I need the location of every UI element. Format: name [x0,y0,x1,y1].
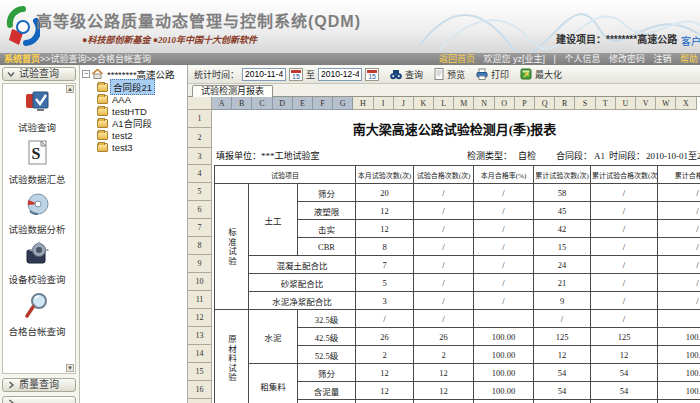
column-letter[interactable]: W [656,97,676,110]
cell-value[interactable]: / [474,220,534,238]
column-letter[interactable]: B [232,97,252,110]
cell-value[interactable]: 26 [356,328,414,346]
cell-value[interactable]: 100.00 [474,328,534,346]
cell-value[interactable] [658,310,700,328]
cell-value[interactable] [658,400,700,403]
logout-link[interactable]: 注销 [653,54,671,64]
cell-value[interactable]: / [591,238,658,256]
cell-value[interactable]: 54 [534,382,591,400]
cell-value[interactable]: / [414,238,474,256]
column-letter[interactable]: F [313,97,333,110]
cell-value[interactable]: 24 [534,256,591,274]
column-letter[interactable]: M [454,97,474,110]
scroll-down-button[interactable]: ▼ [66,364,74,372]
header-cum-rate[interactable]: 累计合格率(%) [658,166,700,184]
back-home-link[interactable]: 返回首页 [439,54,475,64]
header-month-rate[interactable]: 本月合格率(%) [474,166,534,184]
column-letter[interactable]: Q [535,97,555,110]
row-number[interactable]: 2 [188,128,212,148]
cell-value[interactable]: / [658,292,700,310]
cell-value[interactable]: / [658,202,700,220]
sidebar-item-qualified-ledger[interactable]: 合格台帐查询 [6,292,68,338]
row-number[interactable]: 16 [188,381,212,399]
cell-value[interactable]: 2 [414,346,474,364]
cell-value[interactable] [474,400,534,403]
cell-item[interactable]: 混凝土配合比 [249,256,356,274]
header-test-item[interactable]: 试验项目 [215,166,356,184]
cell-value[interactable]: / [658,184,700,202]
cell-value[interactable]: / [658,274,700,292]
column-letter[interactable]: G [333,97,353,110]
column-letter[interactable]: A [212,97,232,110]
select-all-corner[interactable] [188,97,212,110]
row-number[interactable]: 11 [188,291,212,309]
tree-item-a1-contract[interactable]: A1合同段 [97,117,187,129]
cell-item[interactable]: 42.5级 [298,328,356,346]
cell-value[interactable]: / [591,310,658,328]
column-letter[interactable]: O [495,97,515,110]
cell-item[interactable]: CBR [298,238,356,256]
cell-value[interactable]: 12 [356,364,414,382]
cell-value[interactable]: / [356,310,414,328]
cell-value[interactable]: 12 [356,220,414,238]
subgroup-coarse-aggregate[interactable]: 粗集料 [249,364,298,403]
column-letter[interactable]: T [596,97,616,110]
header-month-tests[interactable]: 本月试验次数(次) [356,166,414,184]
group-standard-tests[interactable]: 标准试验 [215,184,249,310]
cell-item[interactable]: 击实 [298,220,356,238]
row-number[interactable]: 5 [188,183,212,201]
cell-value[interactable]: / [474,274,534,292]
sidebar-item-data-analysis[interactable]: 试验数据分析 [6,192,68,236]
cell-value[interactable]: / [474,184,534,202]
profile-link[interactable]: 个人信息 [564,54,600,64]
cell-value[interactable]: 100.00 [474,346,534,364]
subgroup-cement[interactable]: 水泥 [249,310,298,364]
cell-value[interactable]: 58 [534,184,591,202]
cell-value[interactable] [534,400,591,403]
cell-value[interactable]: 26 [414,328,474,346]
row-number[interactable] [188,399,212,403]
cell-value[interactable]: / [534,310,591,328]
cell-value[interactable]: 8 [356,238,414,256]
help-link[interactable]: 帮助 [680,54,698,64]
row-number[interactable]: 14 [188,345,212,363]
sidebar-item-equipment-check[interactable]: 设备校验查询 [6,242,68,286]
column-letter[interactable]: K [414,97,434,110]
column-letter[interactable]: H [353,97,373,110]
cell-value[interactable]: 12 [534,346,591,364]
query-button[interactable]: 查询 [390,68,423,81]
panel-quality-query[interactable]: 质量查询 [2,378,76,392]
cell-value[interactable] [591,400,658,403]
date-from-input[interactable] [242,68,286,81]
column-letter[interactable]: R [555,97,575,110]
column-letter[interactable]: C [252,97,272,110]
cell-value[interactable]: 15 [534,238,591,256]
cell-value[interactable]: / [591,274,658,292]
cell-value[interactable]: 12 [591,346,658,364]
cell-value[interactable]: 3 [356,292,414,310]
cell-value[interactable]: / [414,292,474,310]
cell-value[interactable]: 21 [534,274,591,292]
cell-value[interactable]: 100.00 [658,328,700,346]
cell-value[interactable] [414,400,474,403]
column-letter[interactable]: L [434,97,454,110]
tree-item-contract21[interactable]: 合同段21 [97,81,187,93]
client-download-link[interactable]: 客户端下载 [681,33,700,48]
cell-item[interactable]: 水泥净浆配合比 [249,292,356,310]
cell-value[interactable]: / [591,220,658,238]
cell-value[interactable]: / [658,256,700,274]
cell-item[interactable]: 含泥量 [298,382,356,400]
column-letter[interactable]: X [676,97,696,110]
subgroup-soil[interactable]: 土工 [249,184,298,256]
cell-value[interactable] [474,310,534,328]
header-pass-tests[interactable]: 试验合格次数(次) [414,166,474,184]
row-number[interactable]: 13 [188,327,212,345]
cell-value[interactable]: / [474,238,534,256]
cell-value[interactable]: / [658,220,700,238]
tab-monthly-report[interactable]: 试验检测月报表 [192,85,273,97]
cell-item[interactable]: 砂浆配合比 [249,274,356,292]
cell-value[interactable]: 100.00 [658,346,700,364]
tree-item-test3[interactable]: test3 [97,141,187,153]
cell-value[interactable]: / [414,310,474,328]
cell-value[interactable]: 54 [591,382,658,400]
